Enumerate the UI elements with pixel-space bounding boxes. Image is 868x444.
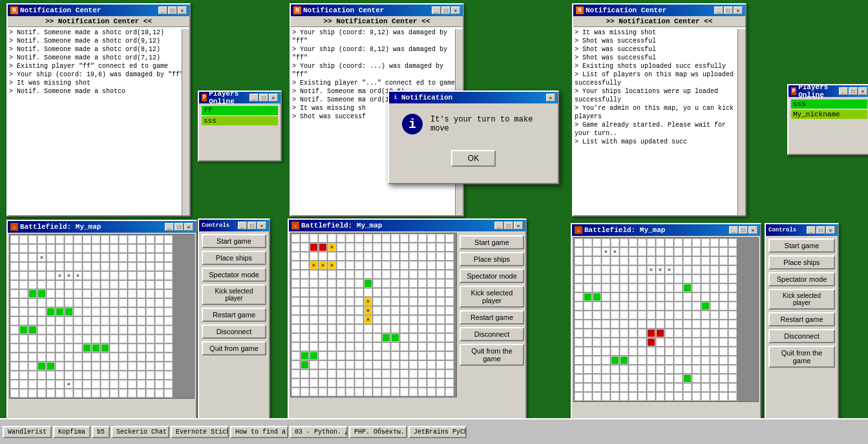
restart-game-btn-r[interactable]: Restart game [768,312,835,326]
close-btn-n3[interactable]: ✕ [734,6,743,14]
taskbar-item-php[interactable]: PHP. Объекты... [349,426,407,438]
disconnect-btn-2[interactable]: Disconnect [460,327,524,341]
notif-icon-3: N [576,6,584,14]
spectator-mode-btn-2[interactable]: Spectator mode [460,269,524,283]
bf-icon-3: ⚔ [575,226,582,234]
titlebar-notif-2[interactable]: N Notification Center _ □ ✕ [291,5,463,16]
minimize-btn-bf1[interactable]: _ [165,223,174,231]
minimize-btn-bf3[interactable]: _ [729,226,738,234]
maximize-btn-bf2[interactable]: □ [504,222,513,229]
maximize-btn-bf3[interactable]: □ [739,226,748,234]
close-btn-bf3[interactable]: ✕ [748,226,757,234]
titlebar-btns-small[interactable]: Controls _ □ ✕ [199,220,269,231]
dialog-titlebar[interactable]: i Notification ✕ [389,92,558,103]
notif-body-3: > It was missing shot > Shot was success… [573,27,745,211]
minimize-btn-br[interactable]: _ [807,226,816,234]
restart-game-btn-2[interactable]: Restart game [460,310,524,324]
close-btn-n1[interactable]: ✕ [178,6,187,14]
bf-title-1: Battlefield: My_map [20,223,101,231]
notif-icon-1: N [10,6,18,14]
close-btn-br[interactable]: ✕ [826,226,835,234]
taskbar-item-dj[interactable]: How to find a g... [230,426,288,438]
scrollbar-n3[interactable] [737,29,745,215]
close-btn-bf1[interactable]: ✕ [184,223,193,231]
minimize-btn-n2[interactable]: _ [432,6,441,14]
kick-player-btn-2[interactable]: Kick selected player [460,286,524,308]
place-ships-btn-r[interactable]: Place ships [768,255,835,270]
taskbar-item-kopfima[interactable]: Kopfima [53,426,90,438]
titlebar-bf3[interactable]: ⚔ Battlefield: My_map _ □ ✕ [572,224,760,236]
minimize-btn-n1[interactable]: _ [158,6,167,14]
start-game-btn-s[interactable]: Start game [202,234,266,248]
maximize-btn-bs[interactable]: □ [248,222,257,229]
disconnect-btn-r[interactable]: Disconnect [768,329,835,343]
taskbar-item-chat[interactable]: Seckerio Chat [111,426,169,438]
kick-player-btn-r[interactable]: Kick selected player [768,289,835,310]
start-game-btn-2[interactable]: Start game [460,235,524,249]
buttons-window-small: Controls _ □ ✕ Start game Place ships Sp… [198,218,270,438]
place-ships-btn-s[interactable]: Place ships [202,251,266,265]
minimize-btn-bs[interactable]: _ [238,222,247,229]
close-btn-pl[interactable]: ✕ [858,87,867,95]
titlebar-players-large[interactable]: P Players Online _ □ ✕ [789,85,868,97]
close-btn-dialog[interactable]: ✕ [546,94,555,101]
notif-title-1: Notification Center [20,6,101,14]
kick-player-btn-s[interactable]: Kick selected player [202,284,266,305]
titlebar-bf1[interactable]: ⚔ Battlefield: My_map _ □ ✕ [8,221,196,233]
spectator-mode-btn-s[interactable]: Spectator mode [202,268,266,282]
player-item-sss-l[interactable]: sss [791,100,867,109]
scrollbar-n1[interactable] [182,29,189,215]
close-btn-n2[interactable]: ✕ [451,6,460,14]
titlebar-notif-1[interactable]: N Notification Center _ □ ✕ [8,5,189,16]
taskbar-item-wandlerist[interactable]: Wandlerist [3,426,52,438]
quit-game-btn-r[interactable]: Quit from the game [768,346,835,368]
grid-3[interactable]: ✕✕✕✕✕ [573,237,759,430]
maximize-btn-ps[interactable]: □ [259,94,268,101]
close-btn-ps[interactable]: ✕ [269,94,278,101]
grid-2[interactable]: ✕✕✕✕✕✕✕ [290,233,457,436]
bf-title-3: Battlefield: My_map [584,226,665,234]
grid-1[interactable]: ✕✕✕✕✕ [9,234,195,437]
minimize-btn-pl[interactable]: _ [839,87,848,95]
taskbar-item-python[interactable]: 03 - Python. Де... [290,426,348,438]
titlebar-bf2[interactable]: ⚔ Battlefield: My_map _ □ ✕ [289,220,525,231]
minimize-btn-n3[interactable]: _ [714,6,723,14]
disconnect-btn-s[interactable]: Disconnect [202,324,266,339]
maximize-btn-bf1[interactable]: □ [175,223,184,231]
titlebar-btns-right[interactable]: Controls _ □ ✕ [766,224,838,236]
maximize-btn-pl[interactable]: □ [849,87,858,95]
spectator-mode-btn-r[interactable]: Spectator mode [768,272,835,286]
taskbar-item-b5[interactable]: b5 [92,426,110,438]
player-item-sss[interactable]: sss [202,116,278,125]
notif-body-1: > Notif. Someone made a shotc ord(10,12)… [8,27,189,211]
taskbar-item-evernote[interactable]: Evernote Sticky... [171,426,229,438]
maximize-btn-br[interactable]: □ [816,226,825,234]
dialog-ok-button[interactable]: OK [451,150,496,167]
notif-header-1: >> Notification Center << [8,16,189,27]
maximize-btn-n2[interactable]: □ [441,6,450,14]
titlebar-players-small[interactable]: P Players Online _ □ ✕ [199,92,281,103]
notif-title-3: Notification Center [586,6,666,14]
start-game-btn-r[interactable]: Start game [768,238,835,253]
quit-game-btn-s[interactable]: Quit from game [202,341,266,355]
notif-header-2: >> Notification Center << [291,16,463,27]
close-btn-bs[interactable]: ✕ [257,222,266,229]
close-btn-bf2[interactable]: ✕ [514,222,523,229]
battlefield-window-1: ⚔ Battlefield: My_map _ □ ✕ ✕✕✕✕✕ [6,220,197,439]
players-online-small: P Players Online _ □ ✕ ff sss [198,90,282,162]
titlebar-notif-3[interactable]: N Notification Center _ □ ✕ [573,5,745,16]
buttons-window-right: Controls _ □ ✕ Start game Place ships Sp… [765,223,839,433]
maximize-btn-n3[interactable]: □ [724,6,733,14]
restart-game-btn-s[interactable]: Restart game [202,308,266,322]
minimize-btn-bf2[interactable]: _ [494,222,503,229]
taskbar: Wandlerist Kopfima b5 Seckerio Chat Ever… [0,418,868,444]
quit-game-btn-2[interactable]: Quit from the game [460,344,524,366]
minimize-btn-ps[interactable]: _ [249,94,259,101]
taskbar-item-jetbrains[interactable]: JetBrains PyChar... [408,426,467,438]
player-item-ff[interactable]: ff [202,106,278,115]
dialog-info-icon: i [402,114,423,134]
maximize-btn-n1[interactable]: □ [168,6,177,14]
bf-icon-1: ⚔ [10,223,18,231]
place-ships-btn-2[interactable]: Place ships [460,252,524,266]
player-item-mynick[interactable]: My_nickname [791,110,867,119]
